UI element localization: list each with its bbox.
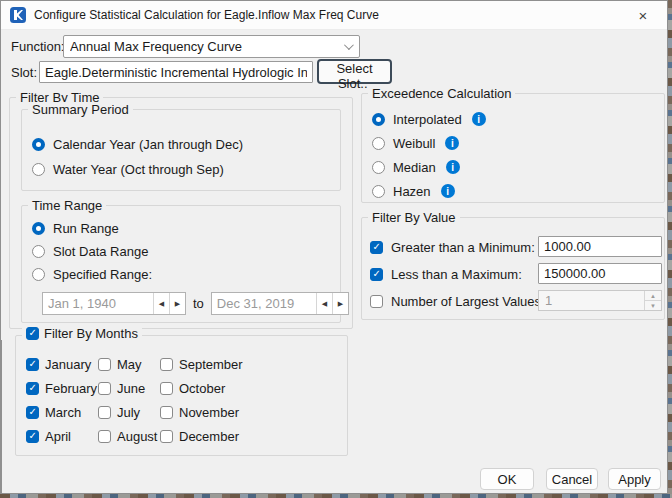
checkbox-march[interactable]: March — [26, 405, 98, 420]
checkbox-icon[interactable] — [160, 406, 173, 419]
radio-button-icon[interactable] — [372, 185, 385, 198]
window-title: Configure Statistical Calculation for Ea… — [34, 8, 379, 22]
checkbox-icon[interactable] — [370, 241, 383, 254]
radio-button-icon[interactable] — [372, 137, 385, 150]
checkbox-icon[interactable] — [160, 358, 173, 371]
checkbox-april[interactable]: April — [26, 429, 98, 444]
end-date-field[interactable]: Dec 31, 2019 ◀ ▶ — [211, 292, 349, 315]
apply-button[interactable]: Apply — [608, 468, 661, 490]
slot-label: Slot: — [11, 61, 37, 84]
radio-median[interactable]: Median i — [372, 155, 664, 179]
to-label: to — [193, 296, 204, 311]
background-window-sliver-right — [668, 0, 672, 498]
checkbox-november[interactable]: November — [160, 405, 347, 420]
checkbox-icon[interactable] — [98, 430, 111, 443]
checkbox-icon[interactable] — [370, 295, 383, 308]
maximum-input[interactable] — [538, 263, 662, 284]
filter-by-value-group: Filter By Value Greater than a Minimum: … — [361, 217, 665, 320]
checkbox-october[interactable]: October — [160, 381, 347, 396]
end-date-value: Dec 31, 2019 — [212, 296, 316, 311]
radio-label: Weibull — [393, 136, 435, 151]
start-date-field[interactable]: Jan 1, 1940 ◀ ▶ — [42, 292, 186, 315]
largest-values-label: Number of Largest Values: — [391, 294, 545, 309]
radio-label: Run Range — [53, 221, 119, 236]
checkbox-icon[interactable] — [26, 382, 39, 395]
background-window-sliver-left — [0, 340, 2, 494]
checkbox-december[interactable]: December — [160, 429, 347, 444]
month-label: March — [45, 405, 81, 420]
minimum-input[interactable] — [538, 236, 662, 257]
checkbox-september[interactable]: September — [160, 357, 347, 372]
filter-by-months-toggle[interactable]: Filter By Months — [22, 326, 142, 341]
checkbox-icon[interactable] — [98, 358, 111, 371]
month-label: August — [117, 429, 157, 444]
date-decrement-icon[interactable]: ◀ — [316, 293, 332, 314]
radio-run-range[interactable]: Run Range — [32, 217, 340, 240]
slot-input[interactable] — [39, 61, 313, 83]
radio-label: Hazen — [393, 184, 431, 199]
month-label: June — [117, 381, 145, 396]
checkbox-icon[interactable] — [160, 430, 173, 443]
radio-specified-range[interactable]: Specified Range: — [32, 263, 340, 286]
exceedence-calculation-group: Exceedence Calculation Interpolated i We… — [361, 93, 665, 203]
close-icon[interactable]: × — [627, 3, 659, 28]
radio-calendar-year[interactable]: Calendar Year (Jan through Dec) — [32, 132, 340, 157]
checkbox-january[interactable]: January — [26, 357, 98, 372]
date-decrement-icon[interactable]: ◀ — [153, 293, 169, 314]
function-dropdown-value: Annual Max Frequency Curve — [70, 39, 344, 54]
checkbox-august[interactable]: August — [98, 429, 160, 444]
checkbox-icon[interactable] — [98, 382, 111, 395]
month-label: December — [179, 429, 239, 444]
radio-label: Slot Data Range — [53, 244, 148, 259]
checkbox-icon[interactable] — [26, 406, 39, 419]
month-label: October — [179, 381, 225, 396]
radio-slot-data-range[interactable]: Slot Data Range — [32, 240, 340, 263]
spin-up-icon[interactable]: ▲ — [645, 291, 661, 301]
month-label: January — [45, 357, 91, 372]
spin-down-icon[interactable]: ▼ — [645, 301, 661, 310]
radio-hazen[interactable]: Hazen i — [372, 179, 664, 203]
radio-button-icon[interactable] — [32, 163, 45, 176]
month-label: May — [117, 357, 142, 372]
radio-button-icon[interactable] — [32, 222, 45, 235]
checkbox-july[interactable]: July — [98, 405, 160, 420]
function-dropdown[interactable]: Annual Max Frequency Curve — [63, 35, 360, 58]
month-label: September — [179, 357, 243, 372]
cancel-button[interactable]: Cancel — [546, 468, 598, 490]
filter-by-months-title: Filter By Months — [44, 326, 138, 341]
checkbox-may[interactable]: May — [98, 357, 160, 372]
background-window-sliver-bottom — [0, 494, 672, 498]
checkbox-icon[interactable] — [26, 327, 39, 340]
radio-button-icon[interactable] — [32, 138, 45, 151]
checkbox-icon[interactable] — [26, 358, 39, 371]
info-icon[interactable]: i — [441, 184, 455, 198]
radio-button-icon[interactable] — [372, 161, 385, 174]
ok-button[interactable]: OK — [480, 468, 534, 490]
checkbox-icon[interactable] — [160, 382, 173, 395]
radio-water-year[interactable]: Water Year (Oct through Sep) — [32, 157, 340, 182]
radio-button-icon[interactable] — [32, 245, 45, 258]
checkbox-icon[interactable] — [98, 406, 111, 419]
maximum-label: Less than a Maximum: — [391, 267, 522, 282]
maximum-filter-row: Less than a Maximum: — [370, 261, 664, 288]
summary-period-group: Summary Period Calendar Year (Jan throug… — [21, 109, 341, 191]
largest-values-row: Number of Largest Values: 1 ▲ ▼ — [370, 288, 664, 315]
radio-button-icon[interactable] — [372, 113, 385, 126]
info-icon[interactable]: i — [446, 160, 460, 174]
checkbox-icon[interactable] — [26, 430, 39, 443]
checkbox-icon[interactable] — [370, 268, 383, 281]
largest-values-spinbox[interactable]: 1 ▲ ▼ — [538, 290, 662, 311]
title-bar[interactable]: Configure Statistical Calculation for Ea… — [1, 1, 667, 30]
date-increment-icon[interactable]: ▶ — [169, 293, 185, 314]
date-increment-icon[interactable]: ▶ — [332, 293, 348, 314]
info-icon[interactable]: i — [472, 112, 486, 126]
checkbox-june[interactable]: June — [98, 381, 160, 396]
select-slot-button[interactable]: Select Slot... — [317, 59, 392, 84]
radio-weibull[interactable]: Weibull i — [372, 131, 664, 155]
largest-values-value: 1 — [539, 293, 644, 308]
radio-button-icon[interactable] — [32, 268, 45, 281]
info-icon[interactable]: i — [445, 136, 459, 150]
checkbox-february[interactable]: February — [26, 381, 98, 396]
chevron-down-icon — [344, 40, 354, 50]
radio-interpolated[interactable]: Interpolated i — [372, 107, 664, 131]
